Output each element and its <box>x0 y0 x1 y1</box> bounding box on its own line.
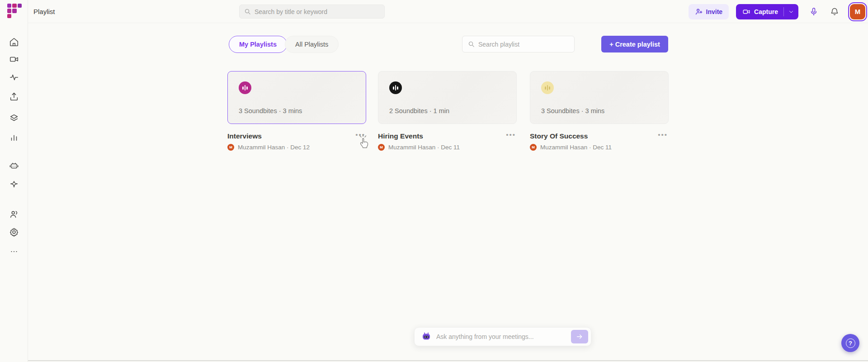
fireflies-logo[interactable] <box>7 4 22 18</box>
robot-icon <box>421 331 432 342</box>
team-icon[interactable] <box>0 209 28 220</box>
sidebar <box>0 0 28 362</box>
playlist-title[interactable]: Interviews <box>227 132 262 140</box>
playlist-thumbnail[interactable]: 2 Soundbites · 1 min <box>378 71 517 124</box>
search-icon <box>244 8 251 15</box>
question-mark-icon: ? <box>846 338 855 348</box>
playlist-search-input[interactable] <box>478 41 569 48</box>
topbar: Playlist Invite Capture M <box>28 0 868 23</box>
bottom-edge-line <box>28 360 868 361</box>
ask-input[interactable] <box>436 333 566 340</box>
user-avatar[interactable]: M <box>850 4 865 19</box>
home-icon[interactable] <box>0 36 28 48</box>
notifications-button[interactable] <box>830 7 839 16</box>
playlist-menu-button[interactable]: ••• <box>657 132 669 138</box>
microphone-icon <box>809 7 818 16</box>
capture-button[interactable]: Capture <box>736 4 798 19</box>
analytics-bars-icon[interactable] <box>0 131 28 143</box>
playlist-byline: M Muzammil Hasan · Dec 11 <box>530 144 669 151</box>
chevron-down-icon <box>788 9 794 14</box>
capture-label: Capture <box>754 8 778 15</box>
playlist-search[interactable] <box>462 36 575 52</box>
playlist-title[interactable]: Hiring Events <box>378 132 423 140</box>
tab-my-playlists[interactable]: My Playlists <box>229 36 287 53</box>
playlist-byline: M Muzammil Hasan · Dec 12 <box>227 144 366 151</box>
owner-avatar: M <box>378 144 385 151</box>
bell-icon <box>830 7 839 16</box>
tab-all-playlists[interactable]: All Playlists <box>285 36 339 53</box>
more-ellipsis-icon[interactable] <box>0 246 28 257</box>
create-playlist-button[interactable]: + Create playlist <box>601 36 668 52</box>
owner-and-date: Muzammil Hasan · Dec 12 <box>238 144 310 151</box>
playlist-thumbnail[interactable]: 3 Soundbites · 3 mins <box>227 71 366 124</box>
soundbite-badge-icon <box>541 81 554 94</box>
upload-icon[interactable] <box>0 90 28 102</box>
playlists-layers-icon[interactable] <box>0 112 28 124</box>
video-camera-icon[interactable] <box>0 53 28 65</box>
bot-icon[interactable] <box>0 160 28 171</box>
owner-avatar: M <box>227 144 234 151</box>
owner-avatar: M <box>530 144 537 151</box>
topbar-actions: Invite Capture M <box>689 0 865 23</box>
sparkle-icon[interactable] <box>0 179 28 191</box>
playlist-menu-button[interactable]: ••• <box>354 132 366 138</box>
arrow-right-icon <box>576 333 583 340</box>
playlist-byline: M Muzammil Hasan · Dec 11 <box>378 144 517 151</box>
playlist-stats: 2 Soundbites · 1 min <box>389 107 449 114</box>
playlist-title[interactable]: Story Of Success <box>530 132 588 140</box>
invite-button[interactable]: Invite <box>689 4 729 19</box>
playlist-card: 2 Soundbites · 1 min Hiring Events ••• M… <box>378 71 517 151</box>
capture-dropdown-toggle[interactable] <box>784 9 798 14</box>
playlist-stats: 3 Soundbites · 3 mins <box>239 107 302 114</box>
ask-send-button[interactable] <box>571 330 588 343</box>
ask-fred-bar[interactable] <box>414 327 591 346</box>
activity-icon[interactable] <box>0 71 28 83</box>
owner-and-date: Muzammil Hasan · Dec 11 <box>540 144 612 151</box>
global-search-input[interactable] <box>255 8 380 15</box>
playlist-stats: 3 Soundbites · 3 mins <box>541 107 604 114</box>
owner-and-date: Muzammil Hasan · Dec 11 <box>388 144 460 151</box>
person-plus-icon <box>695 8 703 16</box>
page-title: Playlist <box>33 8 55 15</box>
microphone-button[interactable] <box>809 7 818 16</box>
help-button[interactable]: ? <box>841 334 859 352</box>
invite-label: Invite <box>706 8 723 15</box>
playlist-card: 3 Soundbites · 3 mins Interviews ••• M M… <box>227 71 366 151</box>
playlist-menu-button[interactable]: ••• <box>505 132 517 138</box>
soundbite-badge-icon <box>389 81 402 94</box>
playlist-thumbnail[interactable]: 3 Soundbites · 3 mins <box>530 71 669 124</box>
soundbite-badge-icon <box>239 81 251 94</box>
video-camera-icon <box>742 8 750 16</box>
search-icon <box>468 41 475 48</box>
playlist-card: 3 Soundbites · 3 mins Story Of Success •… <box>530 71 669 151</box>
settings-gear-icon[interactable] <box>0 226 28 238</box>
global-search[interactable] <box>239 5 385 19</box>
